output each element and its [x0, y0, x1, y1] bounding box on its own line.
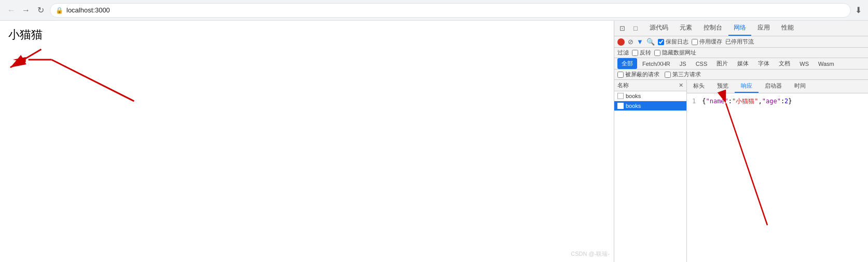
json-name-value: "小猫猫" [732, 98, 758, 105]
preserve-log-label: 保留日志 [666, 38, 688, 46]
url-text: localhost:3000 [66, 6, 110, 14]
tab-console[interactable]: 控制台 [698, 21, 727, 36]
filter-tab-css[interactable]: CSS [692, 59, 712, 68]
filter-tab-ws[interactable]: WS [795, 59, 813, 68]
hide-data-url-label: 隐藏数据网址 [662, 49, 696, 57]
browser-actions: ⬇ [855, 5, 862, 15]
invert-checkbox[interactable]: 反转 [632, 49, 651, 57]
watermark: CSDN @-联瑞- [571, 250, 610, 258]
response-detail: 标头 预览 响应 启动器 时间 1{"name":"小猫猫","age":2} [687, 80, 868, 262]
inspect-icon[interactable]: ⊡ [616, 23, 628, 34]
network-toolbar-row2: 过滤 反转 隐藏数据网址 [614, 48, 868, 58]
requests-area: 名称 ✕ books books 标头 预览 [614, 80, 868, 262]
annotation-arrow-1 [0, 21, 614, 262]
json-name-key: "name" [706, 98, 728, 105]
filter-tab-media[interactable]: 媒体 [733, 58, 753, 69]
back-button[interactable]: ← [6, 5, 17, 16]
tab-application[interactable]: 应用 [752, 21, 775, 36]
disable-cache-label: 停用缓存 [699, 38, 722, 46]
filter-tabs: 全部 Fetch/XHR JS CSS 图片 媒体 字体 文档 WS Wasm [614, 58, 868, 70]
close-col-icon[interactable]: ✕ [679, 82, 683, 89]
filter-label: 过滤 [617, 49, 629, 57]
tab-headers[interactable]: 标头 [687, 80, 711, 93]
hide-data-url-checkbox[interactable]: 隐藏数据网址 [654, 49, 696, 57]
clear-button[interactable]: ⊘ [628, 38, 633, 46]
filter-tab-all[interactable]: 全部 [617, 58, 637, 69]
json-age-key: "age" [762, 98, 781, 105]
devtools-panel: ⊡ □ 源代码 元素 控制台 网络 应用 性能 ⊘ ▼ 🔍 保留日志 停用缓存 … [614, 21, 868, 262]
json-comma: , [759, 98, 762, 105]
record-button[interactable] [617, 38, 625, 46]
forward-button[interactable]: → [21, 5, 31, 16]
preserve-log-checkbox[interactable]: 保留日志 [658, 38, 688, 46]
svg-line-7 [726, 103, 767, 225]
filter-tab-img[interactable]: 图片 [712, 58, 732, 69]
disable-cache-checkbox[interactable]: 停用缓存 [692, 38, 722, 46]
request-item-2[interactable]: books [614, 101, 686, 111]
requests-sidebar: 名称 ✕ books books [614, 80, 687, 262]
request-name-2: books [626, 103, 641, 109]
address-bar[interactable]: 🔒 localhost:3000 [50, 3, 851, 18]
tab-network[interactable]: 网络 [728, 21, 751, 36]
browser-chrome: ← → ↻ 🔒 localhost:3000 ⬇ [0, 0, 868, 21]
json-close-brace: } [788, 98, 792, 105]
network-toolbar-row1: ⊘ ▼ 🔍 保留日志 停用缓存 已停用节流 [614, 36, 868, 48]
devtools-icons: ⊡ □ [616, 23, 641, 34]
filter-tab-font[interactable]: 字体 [754, 58, 774, 69]
device-icon[interactable]: □ [630, 23, 641, 34]
invert-label: 反转 [640, 49, 651, 57]
reload-button[interactable]: ↻ [35, 5, 46, 16]
page-title: 小猫猫 [0, 21, 614, 49]
request-checkbox-2 [617, 103, 624, 109]
main-layout: 小猫猫 CSDN @-联瑞- ⊡ □ [0, 21, 868, 262]
svg-line-0 [10, 49, 42, 67]
tab-source[interactable]: 源代码 [644, 21, 673, 36]
response-content: 1{"name":"小猫猫","age":2} [687, 93, 868, 109]
tab-time[interactable]: 时间 [788, 80, 812, 93]
response-tabs: 标头 预览 响应 启动器 时间 [687, 80, 868, 93]
third-party-checkbox[interactable]: 第三方请求 [665, 71, 701, 78]
filter-tab-fetch[interactable]: Fetch/XHR [638, 59, 674, 68]
svg-marker-5 [13, 57, 26, 62]
line-number: 1 [692, 98, 696, 105]
lock-icon: 🔒 [56, 7, 63, 14]
requests-header: 名称 ✕ [614, 80, 686, 91]
tab-response[interactable]: 响应 [735, 80, 759, 93]
blocked-checkbox[interactable]: 被屏蔽的请求 [617, 71, 659, 78]
tab-performance[interactable]: 性能 [776, 21, 799, 36]
blocked-label: 被屏蔽的请求 [625, 71, 659, 78]
svg-line-3 [51, 60, 134, 101]
filter-icon[interactable]: ▼ [637, 38, 643, 46]
tab-initiator[interactable]: 启动器 [759, 80, 788, 93]
offline-label: 已停用节流 [725, 38, 754, 46]
filter-tab-js[interactable]: JS [676, 59, 691, 68]
request-checkbox-1 [617, 93, 624, 99]
json-colon-1: : [728, 98, 732, 105]
third-party-label: 第三方请求 [672, 71, 701, 78]
devtools-toolbar: ⊡ □ 源代码 元素 控制台 网络 应用 性能 [614, 21, 868, 36]
request-name-1: books [626, 93, 641, 99]
filter-tab-wasm[interactable]: Wasm [814, 59, 838, 68]
col-name-header: 名称 [617, 81, 679, 89]
search-icon[interactable]: 🔍 [646, 38, 655, 46]
tab-preview[interactable]: 预览 [711, 80, 735, 93]
download-icon[interactable]: ⬇ [855, 5, 862, 15]
request-item-1[interactable]: books [614, 91, 686, 101]
filter-tab-doc[interactable]: 文档 [775, 58, 794, 69]
blocked-row: 被屏蔽的请求 第三方请求 [614, 70, 868, 80]
page-content: 小猫猫 CSDN @-联瑞- [0, 21, 614, 262]
tab-elements[interactable]: 元素 [674, 21, 697, 36]
